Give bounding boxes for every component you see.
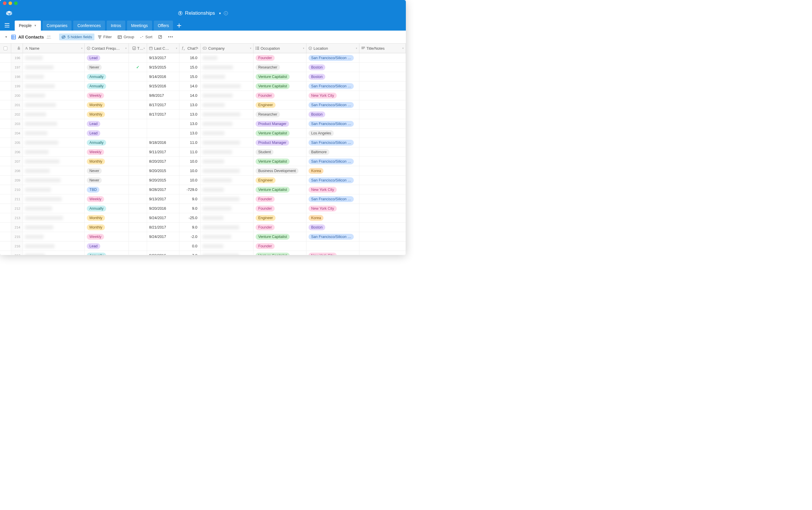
- base-info-icon[interactable]: i: [224, 11, 228, 15]
- cell-company[interactable]: [201, 232, 254, 241]
- col-title-header[interactable]: Title/Notes▾: [359, 44, 406, 53]
- row-select[interactable]: [0, 72, 11, 81]
- row-select[interactable]: [0, 138, 11, 147]
- table-row[interactable]: 212Annually9/20/20169.0FounderNew York C…: [0, 204, 406, 213]
- cell-occupation[interactable]: Venture Capitalist: [254, 72, 307, 81]
- cell-last-contact[interactable]: [147, 129, 179, 138]
- cell-chat[interactable]: 11.0: [179, 138, 201, 147]
- row-select[interactable]: [0, 91, 11, 100]
- cell-contact-freq[interactable]: Annually: [85, 72, 129, 81]
- cell-checkbox[interactable]: [129, 223, 147, 232]
- cell-last-contact[interactable]: 9/15/2015: [147, 63, 179, 72]
- cell-contact-freq[interactable]: Monthly: [85, 213, 129, 222]
- cell-last-contact[interactable]: 9/18/2016: [147, 138, 179, 147]
- cell-last-contact[interactable]: 9/11/2017: [147, 147, 179, 157]
- cell-contact-freq[interactable]: Lead: [85, 129, 129, 138]
- cell-contact-freq[interactable]: TBD: [85, 185, 129, 194]
- cell-contact-freq[interactable]: Monthly: [85, 157, 129, 166]
- cell-location[interactable]: Boston: [307, 223, 359, 232]
- minimize-window-icon[interactable]: [8, 1, 12, 5]
- cell-company[interactable]: [201, 138, 254, 147]
- cell-checkbox[interactable]: [129, 129, 147, 138]
- cell-occupation[interactable]: Venture Capitalist: [254, 251, 307, 255]
- cell-location[interactable]: Korea: [307, 213, 359, 222]
- cell-location[interactable]: San Francisco/Silicon …: [307, 138, 359, 147]
- cell-company[interactable]: [201, 223, 254, 232]
- table-row[interactable]: 207Monthly8/20/201710.0Venture Capitalis…: [0, 157, 406, 166]
- cell-contact-freq[interactable]: Lead: [85, 242, 129, 251]
- cell-occupation[interactable]: Venture Capitalist: [254, 185, 307, 194]
- cell-title[interactable]: [359, 110, 406, 119]
- cell-last-contact[interactable]: 8/21/2017: [147, 223, 179, 232]
- cell-title[interactable]: [359, 91, 406, 100]
- table-row[interactable]: 217Annually9/22/20167.0Venture Capitalis…: [0, 251, 406, 255]
- row-select[interactable]: [0, 166, 11, 175]
- cell-location[interactable]: New York City: [307, 91, 359, 100]
- share-view-button[interactable]: [156, 34, 165, 40]
- tab-caret-icon[interactable]: ▼: [34, 24, 37, 27]
- col-location-header[interactable]: Location▾: [307, 44, 359, 53]
- cell-company[interactable]: [201, 119, 254, 128]
- cell-occupation[interactable]: Venture Capitalist: [254, 82, 307, 91]
- base-name[interactable]: Relationships: [185, 10, 215, 16]
- table-row[interactable]: 199Annually9/15/201614.0Venture Capitali…: [0, 82, 406, 91]
- cell-name[interactable]: [23, 72, 85, 81]
- cell-name[interactable]: [23, 157, 85, 166]
- cell-name[interactable]: [23, 138, 85, 147]
- col-last-c-header[interactable]: Last C…▾: [147, 44, 179, 53]
- cell-occupation[interactable]: Engineer: [254, 213, 307, 222]
- row-select[interactable]: [0, 119, 11, 128]
- cell-last-contact[interactable]: 9/15/2016: [147, 82, 179, 91]
- cell-chat[interactable]: 14.0: [179, 91, 201, 100]
- hidden-fields-button[interactable]: 5 hidden fields: [59, 33, 94, 40]
- table-tab[interactable]: Meetings: [127, 21, 152, 31]
- col-company-header[interactable]: Company▾: [201, 44, 254, 53]
- cell-title[interactable]: [359, 82, 406, 91]
- cell-title[interactable]: [359, 63, 406, 72]
- cell-last-contact[interactable]: [147, 242, 179, 251]
- cell-last-contact[interactable]: [147, 119, 179, 128]
- cell-chat[interactable]: 9.0: [179, 223, 201, 232]
- col-chat-header[interactable]: ƒx Chat?▾: [179, 44, 201, 53]
- cell-occupation[interactable]: Founder: [254, 194, 307, 203]
- cell-checkbox[interactable]: [129, 176, 147, 185]
- cell-company[interactable]: [201, 204, 254, 213]
- cell-contact-freq[interactable]: Lead: [85, 53, 129, 62]
- cell-company[interactable]: [201, 242, 254, 251]
- cell-chat[interactable]: 9.0: [179, 194, 201, 203]
- table-row[interactable]: 196Lead9/13/201716.0FounderSan Francisco…: [0, 53, 406, 63]
- cell-location[interactable]: San Francisco/Silicon …: [307, 53, 359, 62]
- cell-last-contact[interactable]: 9/13/2017: [147, 194, 179, 203]
- cell-checkbox[interactable]: [129, 166, 147, 175]
- table-tab[interactable]: People▼: [15, 21, 41, 31]
- cell-name[interactable]: [23, 91, 85, 100]
- cell-title[interactable]: [359, 232, 406, 241]
- cell-checkbox[interactable]: [129, 53, 147, 62]
- cell-location[interactable]: Boston: [307, 110, 359, 119]
- views-list-caret-icon[interactable]: ▼: [3, 34, 9, 40]
- cell-name[interactable]: [23, 232, 85, 241]
- row-select[interactable]: [0, 110, 11, 119]
- cell-contact-freq[interactable]: Weekly: [85, 232, 129, 241]
- table-row[interactable]: 216Lead0.0Founder: [0, 242, 406, 251]
- cell-occupation[interactable]: Founder: [254, 223, 307, 232]
- select-all-header[interactable]: [0, 44, 11, 53]
- cell-location[interactable]: San Francisco/Silicon …: [307, 157, 359, 166]
- table-row[interactable]: 201Monthly8/17/201713.0EngineerSan Franc…: [0, 100, 406, 110]
- cell-title[interactable]: [359, 53, 406, 62]
- col-name-header[interactable]: A Name▾: [23, 44, 85, 53]
- cell-name[interactable]: [23, 53, 85, 62]
- cell-title[interactable]: [359, 176, 406, 185]
- cell-name[interactable]: [23, 251, 85, 255]
- cell-company[interactable]: [201, 166, 254, 175]
- cell-checkbox[interactable]: [129, 232, 147, 241]
- group-button[interactable]: Group: [115, 33, 137, 40]
- table-row[interactable]: 214Monthly8/21/20179.0FounderBoston: [0, 223, 406, 232]
- table-row[interactable]: 200Weekly9/8/201714.0FounderNew York Cit…: [0, 91, 406, 100]
- cell-last-contact[interactable]: 9/20/2015: [147, 166, 179, 175]
- cell-chat[interactable]: -729.0: [179, 185, 201, 194]
- cell-occupation[interactable]: Founder: [254, 204, 307, 213]
- cell-checkbox[interactable]: [129, 100, 147, 109]
- cell-occupation[interactable]: Engineer: [254, 100, 307, 109]
- filter-button[interactable]: Filter: [95, 33, 114, 40]
